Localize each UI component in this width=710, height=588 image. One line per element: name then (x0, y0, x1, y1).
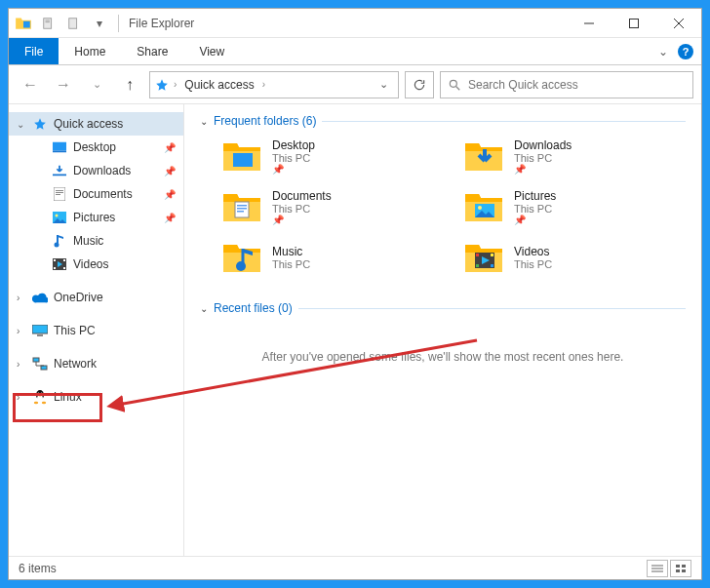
nav-music[interactable]: Music (9, 229, 183, 253)
forward-button[interactable]: → (50, 71, 77, 98)
qat-customize-button[interactable]: ▾ (89, 13, 110, 34)
svg-rect-36 (233, 153, 253, 167)
desktop-icon (52, 139, 67, 155)
up-button[interactable]: ↑ (116, 71, 143, 98)
svg-rect-27 (37, 334, 43, 336)
nav-label: Network (54, 357, 97, 371)
qat-properties-button[interactable] (38, 13, 59, 34)
folder-item-desktop[interactable]: DesktopThis PC📌 (221, 136, 444, 176)
nav-onedrive[interactable]: › OneDrive (9, 286, 183, 309)
svg-rect-4 (69, 18, 77, 28)
help-button[interactable]: ? (678, 44, 693, 59)
svg-point-34 (34, 402, 38, 404)
star-icon (32, 116, 48, 132)
content-pane: ⌄ Frequent folders (6) DesktopThis PC📌Do… (184, 104, 701, 556)
svg-point-19 (56, 215, 59, 217)
nav-this-pc[interactable]: › This PC (9, 319, 183, 342)
svg-rect-54 (682, 565, 686, 568)
nav-quick-access[interactable]: ⌄ Quick access (9, 112, 183, 136)
recent-locations-button[interactable]: ⌄ (83, 71, 110, 98)
status-bar: 6 items (9, 556, 701, 579)
tab-file[interactable]: File (9, 38, 59, 64)
nav-label: OneDrive (54, 291, 103, 304)
nav-label: Quick access (54, 117, 123, 131)
svg-rect-55 (676, 569, 680, 572)
onedrive-icon (32, 290, 48, 305)
svg-rect-11 (53, 142, 66, 151)
chevron-down-icon: ⌄ (200, 303, 208, 314)
expand-icon[interactable]: › (17, 359, 20, 370)
folder-item-downloads[interactable]: DownloadsThis PC📌 (463, 136, 686, 176)
tab-view[interactable]: View (183, 38, 240, 64)
svg-rect-16 (56, 192, 63, 193)
quick-access-star-icon (154, 77, 170, 93)
qat-new-folder-button[interactable] (63, 13, 85, 34)
folder-item-documents[interactable]: DocumentsThis PC📌 (221, 186, 444, 227)
svg-rect-38 (237, 205, 247, 207)
minimize-button[interactable] (567, 9, 611, 38)
nav-label: Pictures (73, 211, 115, 224)
svg-point-20 (55, 243, 59, 248)
svg-rect-56 (682, 569, 686, 572)
view-large-icons-button[interactable] (670, 560, 691, 577)
folder-item-pictures[interactable]: PicturesThis PC📌 (463, 186, 686, 227)
svg-rect-15 (56, 190, 63, 191)
recent-files-empty-message: After you've opened some files, we'll sh… (200, 323, 686, 391)
svg-point-9 (450, 80, 456, 87)
svg-rect-47 (491, 254, 493, 256)
nav-videos[interactable]: Videos (9, 253, 183, 276)
svg-rect-13 (53, 175, 66, 176)
folder-name: Pictures (514, 189, 556, 203)
breadcrumb-segment[interactable]: Quick access (180, 78, 257, 92)
folder-item-videos[interactable]: VideosThis PC (463, 237, 686, 278)
search-input[interactable] (468, 78, 687, 92)
nav-label: This PC (54, 324, 96, 337)
expand-icon[interactable]: › (17, 293, 20, 303)
folder-location: This PC (514, 258, 552, 270)
tab-home[interactable]: Home (59, 38, 121, 64)
folder-name: Videos (514, 245, 552, 258)
nav-desktop[interactable]: Desktop 📌 (9, 136, 183, 159)
app-icon (15, 15, 32, 32)
recent-files-header[interactable]: ⌄ Recent files (0) (200, 301, 686, 315)
tab-share[interactable]: Share (121, 38, 183, 64)
expand-icon[interactable]: › (17, 392, 20, 403)
maximize-button[interactable] (611, 9, 656, 38)
address-bar[interactable]: › Quick access › ⌄ (149, 71, 399, 98)
expand-icon[interactable]: ⌄ (17, 119, 24, 130)
folder-icon (221, 186, 262, 227)
section-label: Recent files (0) (214, 301, 293, 315)
pin-icon: 📌 (272, 215, 332, 225)
close-button[interactable] (656, 9, 701, 38)
folder-item-music[interactable]: MusicThis PC (221, 237, 444, 278)
back-button[interactable]: ← (17, 71, 44, 98)
svg-rect-29 (41, 366, 47, 370)
breadcrumb-separator-icon[interactable]: › (262, 79, 265, 90)
nav-documents[interactable]: Documents 📌 (9, 182, 183, 206)
address-history-dropdown[interactable]: ⌄ (374, 78, 394, 91)
svg-point-33 (41, 393, 43, 395)
nav-downloads[interactable]: Downloads 📌 (9, 159, 183, 182)
svg-rect-2 (46, 20, 50, 20)
folder-icon (463, 186, 504, 227)
svg-rect-48 (491, 264, 493, 267)
breadcrumb-separator-icon[interactable]: › (174, 79, 177, 90)
refresh-button[interactable] (405, 71, 434, 98)
pin-icon: 📌 (164, 189, 176, 200)
frequent-folders-header[interactable]: ⌄ Frequent folders (6) (200, 114, 686, 128)
view-details-button[interactable] (647, 560, 668, 577)
expand-ribbon-button[interactable]: ⌄ (658, 45, 668, 59)
folder-icon (221, 237, 262, 278)
pin-icon: 📌 (514, 215, 556, 225)
pin-icon: 📌 (272, 164, 315, 175)
folder-icon (221, 136, 262, 176)
nav-network[interactable]: › Network (9, 352, 183, 375)
nav-linux[interactable]: › Linux (9, 385, 183, 409)
svg-rect-3 (46, 21, 50, 22)
folder-name: Music (272, 245, 310, 258)
expand-icon[interactable]: › (17, 326, 20, 336)
search-box[interactable] (440, 71, 693, 98)
file-explorer-window: ▾ File Explorer File Home Share View ⌄ ?… (8, 8, 702, 580)
window-title: File Explorer (123, 17, 194, 30)
nav-pictures[interactable]: Pictures 📌 (9, 206, 183, 229)
